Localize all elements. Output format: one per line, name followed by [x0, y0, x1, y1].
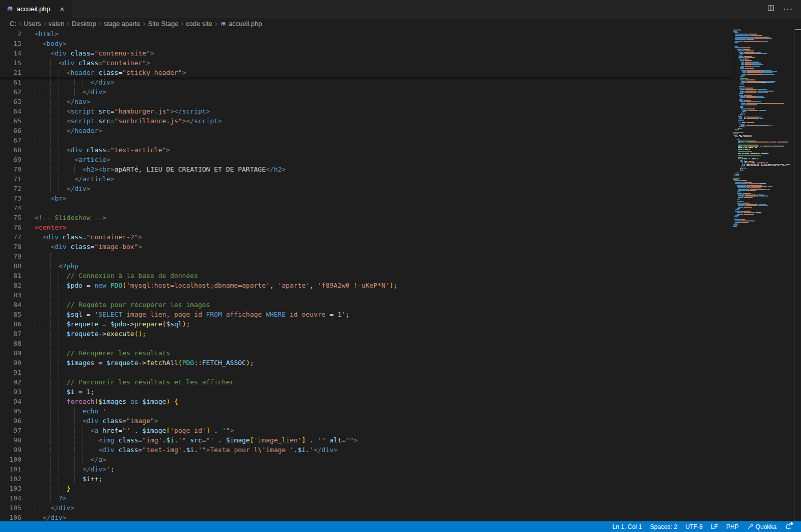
breadcrumb-item-code-site[interactable]: code site: [185, 20, 213, 27]
line-number: 98: [0, 435, 21, 445]
code-line-65[interactable]: 65 <script src="surbrillance.js"></scrip…: [0, 116, 733, 126]
line-number: 88: [0, 339, 21, 348]
sticky-scroll[interactable]: 2<html>13 <body>14 <div class="contenu-s…: [0, 29, 733, 77]
breadcrumb-item-stage-aparte[interactable]: stage aparte: [103, 20, 141, 27]
code-line-84[interactable]: 84 // Requête pour récupérer les images: [0, 300, 733, 310]
code-line-92[interactable]: 92 // Parcourir les résultats et les aff…: [0, 377, 733, 387]
php-icon: [220, 20, 227, 27]
code-text: </div>: [35, 184, 91, 193]
code-line-102[interactable]: 102 $i++;: [0, 474, 733, 484]
breadcrumb-item-valen[interactable]: valen: [48, 20, 65, 27]
line-number: 87: [0, 329, 21, 339]
chevron-right-icon: ›: [213, 19, 219, 27]
code-line-62[interactable]: 62 </div>: [0, 87, 733, 97]
code-line-87[interactable]: 87 $requete->execute();: [0, 329, 733, 339]
code-line-101[interactable]: 101 </div>';: [0, 464, 733, 474]
code-line-64[interactable]: 64 <script src="hamburger.js"></script>: [0, 106, 733, 116]
code-line-86[interactable]: 86 $requete = $pdo->prepare($sql);: [0, 319, 733, 329]
breadcrumb-item-site-stage[interactable]: Site Stage: [147, 20, 179, 27]
code-line-15[interactable]: 15 <div class="container">: [0, 58, 733, 68]
code-text: [35, 251, 59, 261]
code-line-89[interactable]: 89 // Récupérer les résultats: [0, 348, 733, 358]
line-number: 100: [0, 455, 21, 464]
code-line-100[interactable]: 100 </a>: [0, 455, 733, 464]
code-line-63[interactable]: 63 </nav>: [0, 97, 733, 106]
line-number: 106: [0, 513, 21, 521]
code-line-75[interactable]: 75<!-- Slideshow -->: [0, 213, 733, 222]
code-line-82[interactable]: 82 $pdo = new PDO('mysql:host=localhost;…: [0, 281, 733, 290]
code-line-103[interactable]: 103 }: [0, 484, 733, 493]
breadcrumb-item-c-[interactable]: C:: [9, 20, 17, 27]
line-number: 72: [0, 184, 21, 193]
code-line-79[interactable]: 79: [0, 251, 733, 261]
line-number: 71: [0, 174, 21, 184]
code-line-90[interactable]: 90 $images = $requete->fetchAll(PDO::FET…: [0, 358, 733, 368]
breadcrumb-item-accueil-php[interactable]: accueil.php: [219, 20, 263, 27]
breadcrumb-item-desktop[interactable]: Desktop: [71, 20, 97, 27]
code-line-76[interactable]: 76<center>: [0, 222, 733, 232]
line-number: 68: [0, 145, 21, 155]
tab-label: accueil.php: [17, 5, 50, 13]
code-line-67[interactable]: 67: [0, 135, 733, 145]
status-eol[interactable]: LF: [707, 521, 722, 532]
status-language-mode[interactable]: PHP: [722, 521, 743, 532]
more-actions-icon[interactable]: ···: [783, 5, 793, 14]
code-line-78[interactable]: 78 <div class="image-box">: [0, 242, 733, 251]
line-number: 96: [0, 416, 21, 426]
code-line-80[interactable]: 80 <?php: [0, 261, 733, 271]
breadcrumb-item-users[interactable]: Users: [23, 20, 42, 27]
line-number: 104: [0, 493, 21, 503]
line-number: 13: [0, 39, 21, 48]
status-encoding[interactable]: UTF-8: [681, 521, 707, 532]
code-line-106[interactable]: 106 </div>: [0, 513, 733, 521]
code-line-21[interactable]: 21 <header class="sticky-header">: [0, 68, 733, 77]
code-line-77[interactable]: 77 <div class="container-2">: [0, 232, 733, 242]
status-indentation[interactable]: Spaces: 2: [646, 521, 681, 532]
code-line-94[interactable]: 94 foreach($images as $image) {: [0, 397, 733, 406]
code-line-88[interactable]: 88: [0, 339, 733, 348]
close-icon[interactable]: ×: [58, 5, 67, 13]
code-line-72[interactable]: 72 </div>: [0, 184, 733, 193]
code-line-104[interactable]: 104 ?>: [0, 493, 733, 503]
breadcrumb: C:›Users›valen›Desktop›stage aparte›Site…: [0, 18, 801, 29]
code-line-93[interactable]: 93 $i = 1;: [0, 387, 733, 397]
code-text: $images = $requete->fetchAll(PDO::FETCH_…: [35, 358, 254, 368]
minimap[interactable]: [733, 30, 794, 228]
code-line-74[interactable]: 74: [0, 203, 733, 213]
status-cursor-position[interactable]: Ln 1, Col 1: [609, 521, 646, 532]
scrollbar[interactable]: [794, 29, 801, 521]
code-line-70[interactable]: 70 <h2><br>apARTé, LIEU DE CREATION ET D…: [0, 164, 733, 174]
code-line-68[interactable]: 68 <div class="text-article">: [0, 145, 733, 155]
split-editor-icon[interactable]: [767, 4, 775, 14]
code-line-105[interactable]: 105 </div>: [0, 503, 733, 513]
code-line-85[interactable]: 85 $sql = 'SELECT image_lien, page_id FR…: [0, 310, 733, 319]
code-line-83[interactable]: 83: [0, 290, 733, 300]
code-line-13[interactable]: 13 <body>: [0, 39, 733, 48]
overview-cursor-marker: [795, 29, 801, 30]
code-line-81[interactable]: 81 // Connexion à la base de données: [0, 271, 733, 281]
code-line-2[interactable]: 2<html>: [0, 29, 733, 39]
code-line-73[interactable]: 73 <br>: [0, 193, 733, 203]
line-number: 80: [0, 261, 21, 271]
code-line-66[interactable]: 66 </header>: [0, 126, 733, 135]
line-number: 67: [0, 135, 21, 145]
code-line-61[interactable]: 61 </div>: [0, 77, 733, 87]
php-icon: [6, 5, 14, 14]
code-text: <div class="image-box">: [35, 242, 142, 251]
code-line-95[interactable]: 95 echo ': [0, 406, 733, 416]
code-line-71[interactable]: 71 </article>: [0, 174, 733, 184]
editor: 61 </div>62 </div>63 </nav>64 <script sr…: [0, 29, 801, 521]
minimap-row: [733, 226, 794, 228]
code-line-99[interactable]: 99 <div class="text-img'.$i.'">Texte pou…: [0, 445, 733, 455]
code-line-69[interactable]: 69 <article>: [0, 155, 733, 164]
status-quokka[interactable]: Quokka: [743, 521, 781, 532]
tab-accueil-php[interactable]: accueil.php ×: [0, 0, 72, 18]
code-line-97[interactable]: 97 <a href="' . $image['page_id'] . '">: [0, 426, 733, 435]
code-line-14[interactable]: 14 <div class="contenu-site">: [0, 48, 733, 58]
status-notifications[interactable]: [781, 521, 796, 532]
code-line-91[interactable]: 91: [0, 368, 733, 377]
code-area[interactable]: 61 </div>62 </div>63 </nav>64 <script sr…: [0, 77, 733, 521]
code-line-98[interactable]: 98 <img class="img'.$i.'" src="' . $imag…: [0, 435, 733, 445]
code-line-96[interactable]: 96 <div class="image">: [0, 416, 733, 426]
code-text: // Connexion à la base de données: [35, 271, 198, 281]
